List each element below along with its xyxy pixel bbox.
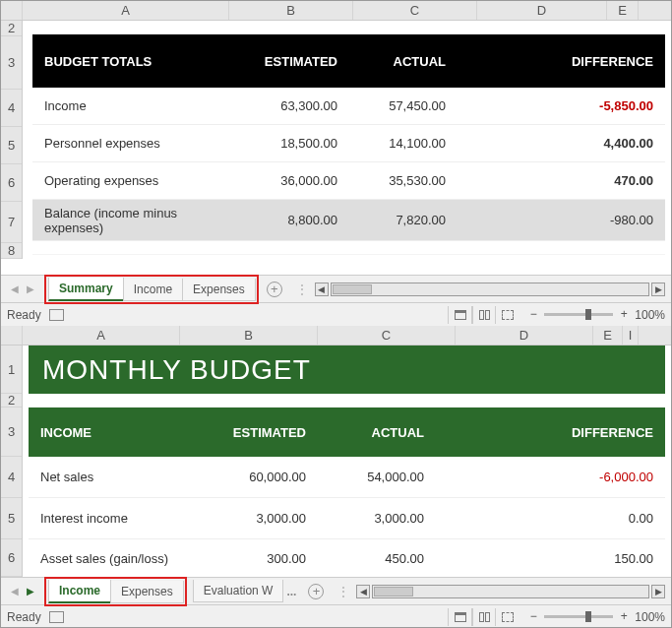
tab-income[interactable]: Income bbox=[123, 279, 183, 301]
row-4[interactable]: 4 bbox=[1, 90, 22, 127]
table-row[interactable]: Net sales 60,000.00 54,000.00 -6,000.00 bbox=[29, 457, 665, 498]
table-row[interactable]: Operating expenses 36,000.00 35,530.00 4… bbox=[32, 162, 665, 200]
row-6[interactable]: 6 bbox=[1, 539, 22, 577]
row-4[interactable]: 4 bbox=[1, 457, 22, 498]
cell-estimated: 36,000.00 bbox=[229, 173, 337, 188]
sheet-tab-strip: ◀▶ Summary Income Expenses + ⋮ ◀ ▶ bbox=[1, 275, 671, 302]
row-8[interactable]: 8 bbox=[1, 243, 22, 259]
tab-evaluation[interactable]: Evaluation W bbox=[193, 580, 284, 602]
zoom-in-button[interactable]: + bbox=[617, 610, 631, 624]
cell-difference: -980.00 bbox=[446, 213, 653, 227]
scroll-left-button[interactable]: ◀ bbox=[315, 283, 329, 296]
summary-table: BUDGET TOTALS ESTIMATED ACTUAL DIFFERENC… bbox=[32, 34, 665, 241]
col-B[interactable]: B bbox=[229, 1, 353, 20]
tab-nav-arrows[interactable]: ◀▶ bbox=[1, 283, 44, 294]
zoom-slider[interactable] bbox=[544, 313, 613, 316]
cell-estimated: 8,800.00 bbox=[229, 213, 337, 227]
row-5[interactable]: 5 bbox=[1, 127, 22, 164]
col-A[interactable]: A bbox=[23, 1, 229, 20]
row-6[interactable]: 6 bbox=[1, 164, 22, 202]
zoom-slider[interactable] bbox=[544, 615, 613, 618]
row-1[interactable]: 1 bbox=[1, 345, 22, 394]
macro-record-icon[interactable] bbox=[49, 309, 64, 321]
row-headers: 2 3 4 5 6 7 8 bbox=[1, 21, 23, 259]
col-C[interactable]: C bbox=[318, 326, 456, 345]
col-E[interactable]: E bbox=[607, 1, 639, 20]
balance-row[interactable]: Balance (income minus expenses) 8,800.00… bbox=[32, 200, 665, 241]
macro-record-icon[interactable] bbox=[49, 611, 64, 623]
zoom-value[interactable]: 100% bbox=[635, 308, 665, 322]
row-2[interactable]: 2 bbox=[1, 21, 22, 36]
col-A[interactable]: A bbox=[23, 326, 180, 345]
horizontal-scrollbar[interactable]: ◀ ▶ bbox=[315, 283, 671, 296]
zoom-out-button[interactable]: − bbox=[526, 610, 540, 624]
table-row[interactable]: Interest income 3,000.00 3,000.00 0.00 bbox=[29, 498, 665, 539]
view-normal-button[interactable] bbox=[448, 608, 471, 626]
tabs-highlight: Summary Income Expenses bbox=[44, 275, 259, 304]
hdr-title: INCOME bbox=[40, 425, 178, 440]
status-bar: Ready − + 100% bbox=[1, 604, 671, 628]
col-D[interactable]: D bbox=[456, 326, 593, 345]
workbook-top: A B C D E 2 3 4 5 6 7 8 BUDGET TOTALS ES… bbox=[1, 1, 671, 326]
zoom-control[interactable]: − + 100% bbox=[526, 308, 665, 322]
cell-actual: 7,820.00 bbox=[337, 213, 446, 227]
more-tabs-icon[interactable]: ... bbox=[286, 585, 296, 598]
zoom-control[interactable]: − + 100% bbox=[526, 610, 665, 624]
cell-label: Asset sales (gain/loss) bbox=[40, 551, 178, 566]
table-header-row: BUDGET TOTALS ESTIMATED ACTUAL DIFFERENC… bbox=[32, 34, 665, 88]
cell-estimated: 300.00 bbox=[178, 551, 306, 566]
view-buttons bbox=[448, 306, 519, 324]
scroll-right-button[interactable]: ▶ bbox=[651, 585, 665, 598]
col-C[interactable]: C bbox=[353, 1, 477, 20]
column-headers: A B C D E I bbox=[1, 326, 671, 345]
tab-income[interactable]: Income bbox=[48, 580, 111, 603]
cell-estimated: 60,000.00 bbox=[178, 470, 306, 484]
row-3[interactable]: 3 bbox=[1, 36, 22, 90]
add-sheet-button[interactable]: + bbox=[267, 282, 282, 297]
zoom-value[interactable]: 100% bbox=[635, 610, 665, 624]
col-I[interactable]: I bbox=[623, 326, 639, 345]
scroll-right-button[interactable]: ▶ bbox=[651, 283, 665, 296]
table-row[interactable]: Asset sales (gain/loss) 300.00 450.00 15… bbox=[29, 539, 665, 577]
scroll-track[interactable] bbox=[372, 585, 649, 598]
col-D[interactable]: D bbox=[477, 1, 607, 20]
tab-summary[interactable]: Summary bbox=[48, 278, 124, 301]
view-page-layout-button[interactable] bbox=[471, 608, 495, 626]
table-row[interactable]: Income 63,300.00 57,450.00 -5,850.00 bbox=[32, 88, 665, 125]
horizontal-scrollbar[interactable]: ◀ ▶ bbox=[356, 585, 671, 598]
row-5[interactable]: 5 bbox=[1, 498, 22, 539]
scroll-track[interactable] bbox=[331, 283, 649, 296]
row-3[interactable]: 3 bbox=[1, 408, 22, 457]
cell-difference: 4,400.00 bbox=[446, 136, 653, 151]
view-buttons bbox=[448, 608, 519, 626]
scroll-thumb[interactable] bbox=[374, 587, 413, 597]
cell-actual: 35,530.00 bbox=[337, 173, 446, 188]
page-title: MONTHLY BUDGET bbox=[29, 345, 665, 394]
workbook-bottom: A B C D E I 1 2 3 4 5 6 MONTHLY BUDGET I… bbox=[1, 326, 671, 628]
row-7[interactable]: 7 bbox=[1, 202, 22, 243]
table-row[interactable]: Personnel expenses 18,500.00 14,100.00 4… bbox=[32, 125, 665, 162]
view-page-break-button[interactable] bbox=[495, 306, 519, 324]
status-ready: Ready bbox=[7, 610, 41, 624]
view-page-layout-button[interactable] bbox=[471, 306, 495, 324]
cell-difference: -6,000.00 bbox=[424, 470, 653, 484]
row-headers: 1 2 3 4 5 6 bbox=[1, 345, 23, 577]
row-2[interactable]: 2 bbox=[1, 394, 22, 408]
tab-expenses[interactable]: Expenses bbox=[182, 279, 256, 301]
resize-grip-icon[interactable]: ⋮ bbox=[296, 283, 309, 296]
tabs-highlight: Income Expenses bbox=[44, 577, 187, 606]
tab-expenses[interactable]: Expenses bbox=[110, 581, 184, 603]
zoom-in-button[interactable]: + bbox=[617, 308, 631, 322]
zoom-out-button[interactable]: − bbox=[526, 308, 540, 322]
view-normal-button[interactable] bbox=[448, 306, 471, 324]
resize-grip-icon[interactable]: ⋮ bbox=[337, 585, 350, 598]
hdr-difference: DIFFERENCE bbox=[446, 54, 653, 69]
col-E[interactable]: E bbox=[593, 326, 623, 345]
cell-actual: 57,450.00 bbox=[337, 98, 446, 113]
col-B[interactable]: B bbox=[180, 326, 318, 345]
scroll-thumb[interactable] bbox=[333, 284, 372, 294]
tab-nav-arrows[interactable]: ◀▶ bbox=[1, 586, 44, 597]
scroll-left-button[interactable]: ◀ bbox=[356, 585, 370, 598]
add-sheet-button[interactable]: + bbox=[308, 584, 324, 599]
view-page-break-button[interactable] bbox=[495, 608, 519, 626]
